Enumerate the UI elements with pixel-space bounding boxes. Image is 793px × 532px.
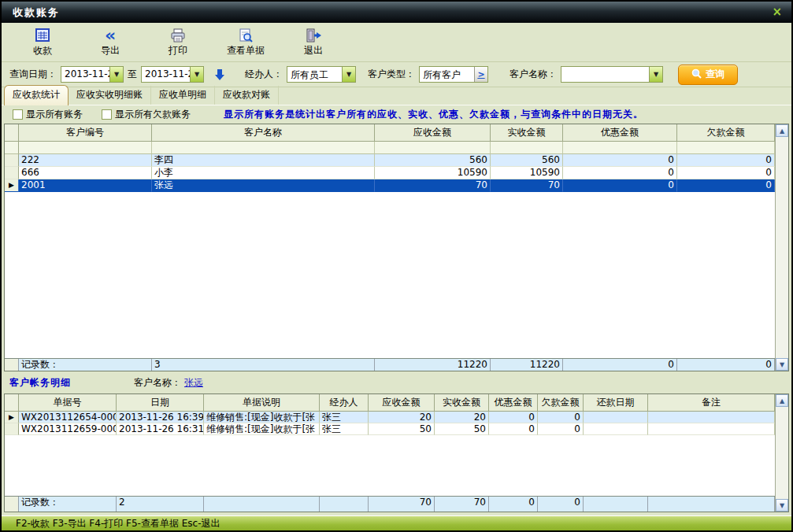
grid-cell[interactable]: WX2013112659-0001 <box>19 423 117 435</box>
column-header[interactable]: 欠款金额 <box>677 124 775 142</box>
column-header[interactable]: 单据号 <box>19 394 117 412</box>
tab-receivable-received-ledger[interactable]: 应收实收明细账 <box>69 86 151 105</box>
grid-cell[interactable]: 20 <box>435 412 489 423</box>
exit-button[interactable]: 退出 <box>293 28 334 57</box>
column-header[interactable]: 备注 <box>648 394 775 412</box>
export-button[interactable]: « 导出 <box>90 28 131 57</box>
chevron-down-icon[interactable]: ▼ <box>342 67 355 82</box>
grid-cell[interactable]: 0 <box>538 412 584 423</box>
column-header[interactable]: 客户编号 <box>19 124 152 142</box>
show-all-accounts-checkbox[interactable]: 显示所有账务 <box>13 108 83 121</box>
tab-receivable-stats[interactable]: 应收款统计 <box>4 85 69 105</box>
grid-cell[interactable]: 70 <box>375 179 491 192</box>
grid-cell[interactable]: 0 <box>677 154 775 167</box>
grid-cell[interactable]: 李四 <box>152 154 375 167</box>
grid-row[interactable]: ▶WX2013112654-00022013-11-26 16:39:0维修销售… <box>5 412 775 423</box>
column-header[interactable]: 应收金额 <box>369 394 435 412</box>
grid-cell[interactable]: 0 <box>677 179 775 192</box>
grid-cell[interactable]: 666 <box>19 167 152 179</box>
grid-cell[interactable]: 0 <box>489 412 538 423</box>
checkbox-icon[interactable] <box>13 109 23 120</box>
chevron-down-icon[interactable]: ▼ <box>649 67 662 82</box>
column-header[interactable]: 应收金额 <box>375 124 491 142</box>
grid-row[interactable]: WX2013112659-00012013-11-26 16:31:1维修销售:… <box>5 423 775 435</box>
column-header[interactable]: 实收金额 <box>491 124 563 142</box>
grid-cell[interactable] <box>584 412 648 423</box>
column-header[interactable]: 实收金额 <box>435 394 489 412</box>
column-header[interactable]: 客户名称 <box>152 124 375 142</box>
operator-select[interactable]: 所有员工 ▼ <box>287 66 356 83</box>
grid-cell[interactable]: 50 <box>369 423 435 435</box>
vertical-scrollbar[interactable]: ▲ ▼ <box>775 394 788 512</box>
column-header[interactable]: 日期 <box>117 394 204 412</box>
apply-date-arrow-icon[interactable] <box>214 68 225 81</box>
grid-cell[interactable]: 维修销售:[现金]收款于[张 <box>204 412 320 423</box>
grid-cell[interactable]: 0 <box>538 423 584 435</box>
grid-row[interactable]: ▶2001张远707000 <box>5 179 775 192</box>
customer-type-select[interactable]: 所有客户 > <box>419 66 488 83</box>
scrollbar-track[interactable] <box>776 137 788 358</box>
filter-cell[interactable] <box>152 142 375 154</box>
column-header[interactable]: 欠款金额 <box>538 394 584 412</box>
grid-cell[interactable]: 20 <box>369 412 435 423</box>
chevron-down-icon[interactable]: ▼ <box>109 67 123 82</box>
grid-cell[interactable]: 维修销售:[现金]收款于[张 <box>204 423 320 435</box>
date-from-picker[interactable]: 2013-11-26 ▼ <box>61 66 124 83</box>
close-icon[interactable]: × <box>772 6 782 18</box>
show-all-debts-checkbox[interactable]: 显示所有欠款账务 <box>102 108 191 121</box>
grid-row[interactable]: 666小李105901059000 <box>5 167 775 179</box>
detail-customer-link[interactable]: 张远 <box>184 376 203 390</box>
grid-cell[interactable]: 张三 <box>320 412 369 423</box>
column-header[interactable]: 单据说明 <box>204 394 320 412</box>
chevron-down-icon[interactable]: ▼ <box>190 67 203 82</box>
tab-receivable-doc-detail[interactable]: 应收单明细 <box>151 86 215 105</box>
column-header[interactable]: 经办人 <box>320 394 369 412</box>
grid-cell[interactable]: 560 <box>491 154 563 167</box>
scrollbar-track[interactable] <box>776 407 788 499</box>
grid-cell[interactable]: 0 <box>563 179 677 192</box>
scroll-down-icon[interactable]: ▼ <box>776 499 788 512</box>
date-to-picker[interactable]: 2013-11-26 ▼ <box>141 66 204 83</box>
column-header[interactable]: 优惠金额 <box>563 124 677 142</box>
grid-cell[interactable] <box>584 423 648 435</box>
grid-cell[interactable]: 张远 <box>152 179 375 192</box>
vertical-scrollbar[interactable]: ▲ ▼ <box>775 124 788 371</box>
grid-cell[interactable] <box>648 412 775 423</box>
scroll-up-icon[interactable]: ▲ <box>776 394 788 407</box>
grid-cell[interactable]: 0 <box>563 167 677 179</box>
grid-cell[interactable]: 222 <box>19 154 152 167</box>
grid-cell[interactable]: 10590 <box>375 167 491 179</box>
column-header[interactable]: 还款日期 <box>584 394 648 412</box>
grid-cell[interactable]: WX2013112654-0002 <box>19 412 117 423</box>
search-button[interactable]: 查询 <box>678 65 738 85</box>
grid-cell[interactable]: 560 <box>375 154 491 167</box>
grid-cell[interactable]: 2013-11-26 16:31:1 <box>117 423 204 435</box>
grid-cell[interactable]: 0 <box>563 154 677 167</box>
grid-cell[interactable]: 2001 <box>19 179 152 192</box>
print-button[interactable]: 打印 <box>157 28 198 57</box>
grid-cell[interactable] <box>648 423 775 435</box>
customer-name-select[interactable]: ▼ <box>561 66 663 83</box>
grid-cell[interactable]: 70 <box>491 179 563 192</box>
view-document-button[interactable]: 查看单据 <box>225 28 266 57</box>
grid-cell[interactable]: 50 <box>435 423 489 435</box>
grid-cell[interactable]: 张三 <box>320 423 369 435</box>
checkbox-icon[interactable] <box>102 109 112 120</box>
filter-cell[interactable] <box>375 142 491 154</box>
lookup-arrow-icon[interactable]: > <box>474 67 487 82</box>
scroll-up-icon[interactable]: ▲ <box>776 124 788 137</box>
receive-payment-button[interactable]: 收款 <box>22 28 63 57</box>
grid-cell[interactable]: 2013-11-26 16:39:0 <box>117 412 204 423</box>
grid-cell[interactable]: 0 <box>489 423 538 435</box>
tab-receivable-reconcile[interactable]: 应收款对账 <box>215 86 279 105</box>
scroll-down-icon[interactable]: ▼ <box>776 358 788 371</box>
filter-cell[interactable] <box>677 142 775 154</box>
filter-cell[interactable] <box>491 142 563 154</box>
grid-row[interactable]: 222李四56056000 <box>5 154 775 167</box>
grid-cell[interactable]: 10590 <box>491 167 563 179</box>
filter-cell[interactable] <box>563 142 677 154</box>
grid-cell[interactable]: 0 <box>677 167 775 179</box>
column-header[interactable]: 优惠金额 <box>489 394 538 412</box>
grid-cell[interactable]: 小李 <box>152 167 375 179</box>
filter-cell[interactable] <box>19 142 152 154</box>
